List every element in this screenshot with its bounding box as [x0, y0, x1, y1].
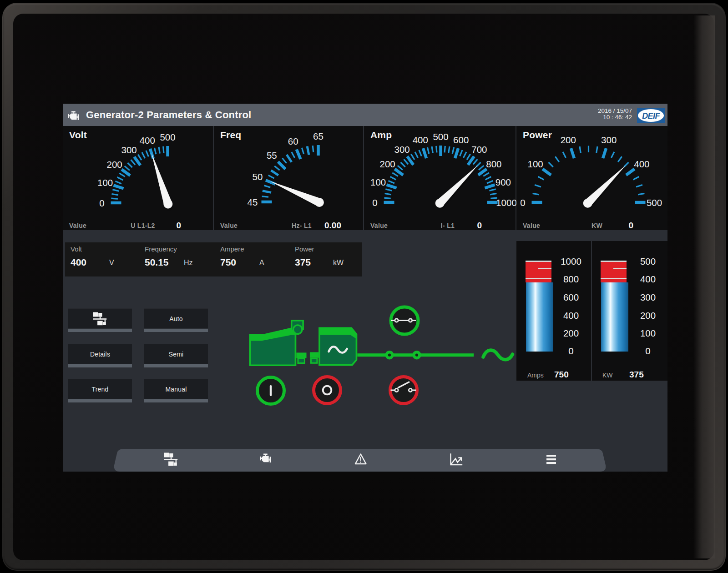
- svg-text:500: 500: [433, 131, 448, 142]
- svg-text:100: 100: [97, 177, 113, 188]
- svg-text:50: 50: [253, 171, 263, 182]
- svg-text:300: 300: [121, 145, 136, 155]
- svg-text:900: 900: [495, 177, 511, 187]
- svg-text:0: 0: [99, 198, 104, 208]
- svg-text:55: 55: [267, 150, 277, 161]
- svg-text:1000: 1000: [496, 197, 517, 208]
- svg-text:500: 500: [160, 132, 175, 142]
- svg-text:300: 300: [601, 135, 617, 145]
- svg-text:200: 200: [106, 159, 122, 170]
- svg-text:800: 800: [486, 159, 501, 169]
- svg-text:400: 400: [634, 159, 649, 169]
- svg-text:65: 65: [313, 131, 324, 141]
- svg-text:600: 600: [453, 135, 469, 145]
- svg-text:60: 60: [288, 136, 298, 146]
- svg-text:100: 100: [370, 177, 386, 187]
- svg-text:400: 400: [140, 135, 155, 146]
- svg-text:100: 100: [527, 159, 543, 169]
- svg-text:200: 200: [379, 159, 395, 169]
- svg-text:0: 0: [520, 197, 525, 208]
- svg-text:45: 45: [248, 197, 258, 207]
- svg-text:700: 700: [471, 144, 487, 155]
- svg-text:200: 200: [561, 135, 576, 145]
- svg-text:0: 0: [372, 197, 377, 208]
- svg-text:500: 500: [647, 197, 662, 208]
- svg-text:300: 300: [394, 144, 410, 155]
- svg-text:400: 400: [413, 135, 428, 145]
